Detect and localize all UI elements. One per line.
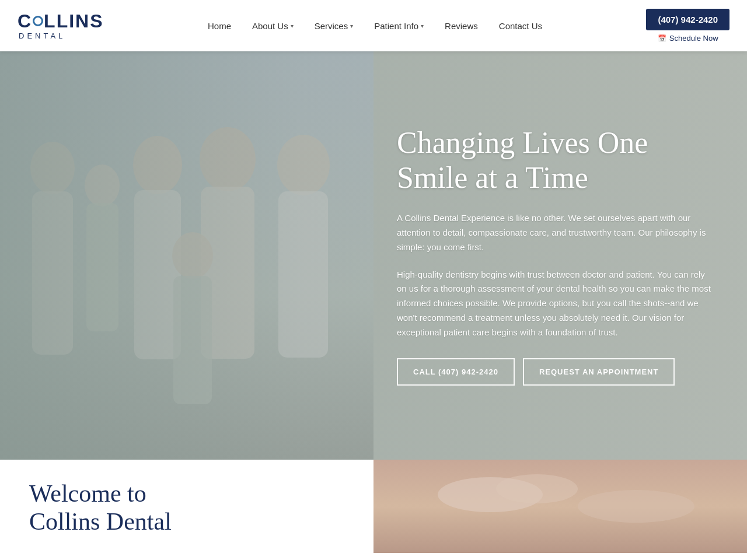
main-nav: Home About Us ▾ Services ▾ Patient Info … (197, 21, 553, 31)
chevron-down-icon: ▾ (421, 23, 424, 29)
logo-o-icon (33, 16, 43, 26)
schedule-label: Schedule Now (669, 34, 718, 43)
schedule-now-link[interactable]: 📅 Schedule Now (658, 34, 718, 43)
below-hero-section: Welcome to Collins Dental (0, 460, 747, 553)
calendar-icon: 📅 (658, 34, 666, 43)
hero-title: Changing Lives One Smile at a Time (397, 125, 712, 195)
hero-section: Changing Lives One Smile at a Time A Col… (0, 51, 747, 460)
logo[interactable]: CLLINS DENTAL (18, 12, 104, 40)
svg-point-15 (496, 474, 578, 503)
hero-para-2: High-quality dentistry begins with trust… (397, 268, 712, 340)
nav-patient-info[interactable]: Patient Info ▾ (364, 21, 434, 31)
logo-text: CLLINS (18, 12, 104, 30)
hero-content: Changing Lives One Smile at a Time A Col… (374, 51, 747, 460)
call-button[interactable]: CALL (407) 942-2420 (397, 358, 515, 386)
site-header: CLLINS DENTAL Home About Us ▾ Services ▾… (0, 0, 747, 51)
nav-home[interactable]: Home (197, 21, 242, 31)
hero-para-1: A Collins Dental Experience is like no o… (397, 211, 712, 254)
phone-button[interactable]: (407) 942-2420 (646, 9, 729, 30)
welcome-heading: Welcome to Collins Dental (29, 480, 344, 536)
chevron-down-icon: ▾ (350, 23, 353, 29)
nav-contact-us[interactable]: Contact Us (488, 21, 553, 31)
below-hero-image (374, 460, 747, 553)
header-cta: (407) 942-2420 📅 Schedule Now (646, 9, 729, 43)
svg-point-16 (578, 490, 694, 523)
nav-about-us[interactable]: About Us ▾ (242, 21, 304, 31)
welcome-line1: Welcome to (29, 480, 146, 507)
nav-services[interactable]: Services ▾ (304, 21, 364, 31)
welcome-line2: Collins Dental (29, 508, 172, 535)
nav-reviews[interactable]: Reviews (434, 21, 488, 31)
hero-buttons: CALL (407) 942-2420 REQUEST AN APPOINTME… (397, 358, 712, 386)
chevron-down-icon: ▾ (291, 23, 294, 29)
welcome-text-area: Welcome to Collins Dental (0, 460, 374, 553)
logo-subtext: DENTAL (18, 32, 65, 40)
appointment-button[interactable]: REQUEST AN APPOINTMENT (523, 358, 675, 386)
